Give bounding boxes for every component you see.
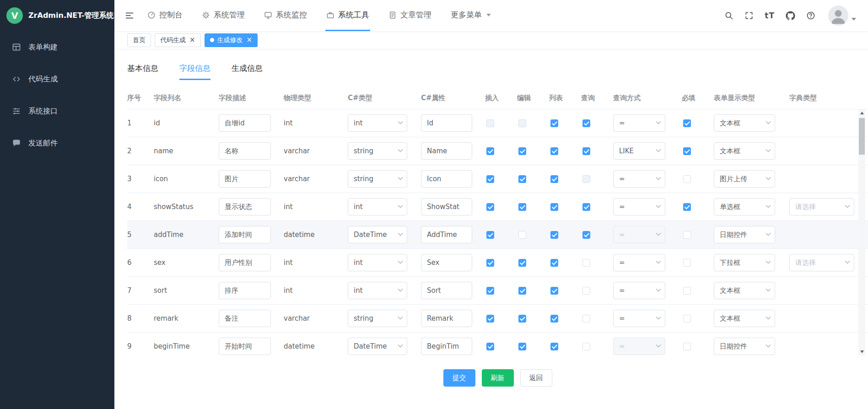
- cs-type-select[interactable]: int: [348, 282, 407, 299]
- topnav-item-system-tools[interactable]: 系统工具: [325, 0, 370, 31]
- query-mode-select[interactable]: =: [613, 198, 665, 215]
- display-type-select[interactable]: 文本框: [714, 282, 775, 299]
- edit-checkbox[interactable]: [518, 315, 526, 323]
- back-button[interactable]: 返回: [520, 369, 552, 387]
- sidebar-item-send-mail[interactable]: 发送邮件: [0, 127, 114, 159]
- list-checkbox[interactable]: [550, 175, 558, 183]
- query-checkbox[interactable]: [582, 343, 590, 350]
- display-type-select[interactable]: 文本框: [714, 114, 775, 132]
- field-desc-input[interactable]: [219, 282, 271, 299]
- required-checkbox[interactable]: [683, 147, 691, 155]
- query-checkbox[interactable]: [582, 259, 590, 267]
- edit-checkbox[interactable]: [518, 259, 526, 267]
- cs-prop-input[interactable]: [421, 198, 472, 215]
- display-type-select[interactable]: 下拉框: [714, 254, 775, 271]
- insert-checkbox[interactable]: [486, 315, 494, 323]
- scrollbar-thumb[interactable]: [859, 118, 865, 155]
- edit-checkbox[interactable]: [518, 203, 526, 211]
- insert-checkbox[interactable]: [486, 287, 494, 295]
- cs-type-select[interactable]: int: [348, 114, 407, 132]
- display-type-select[interactable]: 日期控件: [714, 338, 775, 355]
- list-checkbox[interactable]: [550, 287, 558, 295]
- query-mode-select[interactable]: =: [613, 254, 665, 271]
- insert-checkbox[interactable]: [486, 175, 494, 183]
- insert-checkbox[interactable]: [486, 259, 494, 267]
- edit-checkbox[interactable]: [518, 175, 526, 183]
- display-type-select[interactable]: 单选框: [714, 198, 775, 215]
- insert-checkbox[interactable]: [486, 231, 494, 239]
- query-checkbox[interactable]: [582, 147, 590, 155]
- topnav-item-system-manage[interactable]: 系统管理: [201, 0, 246, 31]
- help-icon[interactable]: [806, 11, 815, 20]
- cs-prop-input[interactable]: [421, 310, 472, 327]
- cs-type-select[interactable]: DateTime: [348, 338, 407, 355]
- list-checkbox[interactable]: [550, 343, 558, 350]
- field-desc-input[interactable]: [219, 254, 271, 271]
- cs-prop-input[interactable]: [421, 254, 472, 271]
- list-checkbox[interactable]: [550, 315, 558, 323]
- query-mode-select[interactable]: =: [613, 282, 665, 299]
- display-type-select[interactable]: 图片上传: [714, 170, 775, 188]
- dict-type-select[interactable]: 请选择: [789, 254, 854, 271]
- display-type-select[interactable]: 文本框: [714, 310, 775, 327]
- list-checkbox[interactable]: [550, 147, 558, 155]
- cs-prop-input[interactable]: [421, 142, 472, 160]
- edit-checkbox[interactable]: [518, 287, 526, 295]
- close-icon[interactable]: ×: [189, 37, 195, 43]
- field-desc-input[interactable]: [219, 310, 271, 327]
- cs-type-select[interactable]: string: [348, 170, 407, 188]
- cs-prop-input[interactable]: [421, 114, 472, 132]
- search-icon[interactable]: [724, 11, 733, 20]
- hamburger-icon[interactable]: [114, 0, 143, 31]
- tab-field-info[interactable]: 字段信息: [179, 59, 210, 80]
- cs-type-select[interactable]: DateTime: [348, 226, 407, 243]
- list-checkbox[interactable]: [550, 119, 558, 127]
- github-icon[interactable]: [786, 11, 795, 21]
- submit-button[interactable]: 提交: [443, 369, 475, 387]
- display-type-select[interactable]: 日期控件: [714, 226, 775, 243]
- query-checkbox[interactable]: [582, 231, 590, 239]
- topnav-item-console[interactable]: 控制台: [146, 0, 183, 31]
- required-checkbox[interactable]: [683, 315, 691, 323]
- required-checkbox[interactable]: [683, 287, 691, 295]
- topnav-item-article-manage[interactable]: 文章管理: [388, 0, 432, 31]
- sidebar-item-system-api[interactable]: 系统接口: [0, 95, 114, 127]
- edit-checkbox[interactable]: [518, 343, 526, 350]
- query-checkbox[interactable]: [582, 203, 590, 211]
- edit-checkbox[interactable]: [518, 231, 526, 239]
- tag-code-generation[interactable]: 代码生成 ×: [155, 33, 201, 47]
- sidebar-item-form-builder[interactable]: 表单构建: [0, 31, 114, 63]
- list-checkbox[interactable]: [550, 259, 558, 267]
- display-type-select[interactable]: 文本框: [714, 142, 775, 160]
- scroll-down-button[interactable]: [858, 348, 865, 355]
- cs-prop-input[interactable]: [421, 170, 472, 188]
- cs-type-select[interactable]: int: [348, 254, 407, 271]
- required-checkbox[interactable]: [683, 343, 691, 350]
- list-checkbox[interactable]: [550, 231, 558, 239]
- close-icon[interactable]: ×: [247, 37, 253, 43]
- tag-home[interactable]: 首页: [127, 33, 151, 47]
- required-checkbox[interactable]: [683, 231, 691, 239]
- field-desc-input[interactable]: [219, 170, 271, 188]
- field-desc-input[interactable]: [219, 198, 271, 215]
- field-desc-input[interactable]: [219, 226, 271, 243]
- field-desc-input[interactable]: [219, 338, 271, 355]
- required-checkbox[interactable]: [683, 119, 691, 127]
- cs-prop-input[interactable]: [421, 338, 472, 355]
- field-desc-input[interactable]: [219, 142, 271, 160]
- insert-checkbox[interactable]: [486, 343, 494, 350]
- query-mode-select[interactable]: =: [613, 170, 665, 188]
- vertical-scrollbar[interactable]: [858, 109, 865, 355]
- query-mode-select[interactable]: =: [613, 310, 665, 327]
- tag-generate-edit[interactable]: 生成修改 ×: [205, 33, 258, 47]
- font-size-icon[interactable]: tT: [765, 11, 775, 20]
- cs-prop-input[interactable]: [421, 226, 472, 243]
- cs-type-select[interactable]: string: [348, 310, 407, 327]
- fullscreen-icon[interactable]: [744, 11, 754, 20]
- edit-checkbox[interactable]: [518, 147, 526, 155]
- required-checkbox[interactable]: [683, 175, 691, 183]
- cs-type-select[interactable]: int: [348, 198, 407, 215]
- query-checkbox[interactable]: [582, 315, 590, 323]
- topnav-item-more-menu[interactable]: 更多菜单: [450, 0, 492, 31]
- scrollbar-track[interactable]: [858, 117, 865, 348]
